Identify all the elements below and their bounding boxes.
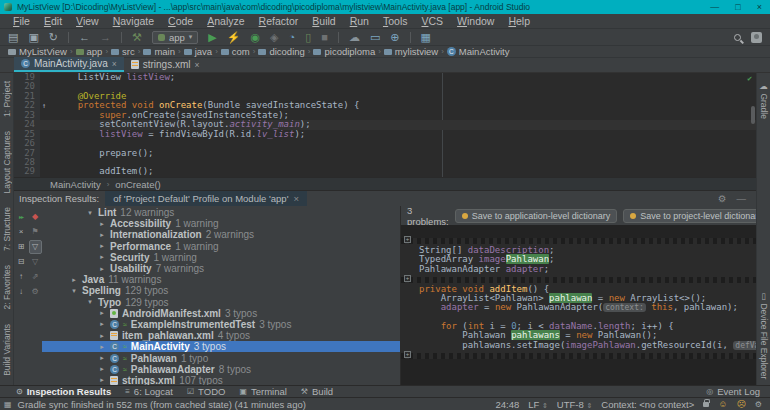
filter-resolved-icon[interactable]: ▽ <box>29 240 42 254</box>
sync-icon[interactable]: ↻ <box>49 30 58 45</box>
device-manager-icon[interactable]: ▭ <box>370 30 380 45</box>
menu-window[interactable]: Window <box>450 14 501 29</box>
close-icon[interactable]: × <box>15 225 28 239</box>
expand-all-icon[interactable]: ⊞ <box>15 240 28 254</box>
menu-navigate[interactable]: Navigate <box>106 14 161 29</box>
run-icon[interactable]: ▶ <box>208 30 216 45</box>
close-icon[interactable]: × <box>112 59 117 69</box>
tab-mainactivity-java[interactable]: C MainActivity.java × <box>14 57 124 72</box>
tree-row-pahlawanadapter[interactable]: ▸C≈PahlawanAdapter8 typos <box>42 364 400 375</box>
gear-icon[interactable]: ⚙ <box>755 400 762 409</box>
menu-view[interactable]: View <box>69 14 106 29</box>
save-icon[interactable]: ▣ <box>28 30 38 45</box>
tree-row-androidmanifest[interactable]: ▸AndroidManifest.xml3 typos <box>42 308 400 319</box>
apply-changes-icon[interactable]: ⚡ <box>227 30 241 45</box>
menu-analyze[interactable]: Analyze <box>200 14 251 29</box>
inspection-result-tab[interactable]: of 'Project Default' Profile on Module '… <box>105 191 307 207</box>
override-marker-icon[interactable]: ↑ <box>42 102 46 110</box>
tool-window-switcher-icon[interactable]: ▦ <box>4 400 12 409</box>
breadcrumb-class[interactable]: MainActivity <box>50 179 101 190</box>
breadcrumb-item-picodiploma[interactable]: picodiploma <box>313 46 375 57</box>
previous-problem-icon[interactable]: ↑ <box>15 270 28 284</box>
tree-row-usability[interactable]: ▸Usability7 warnings <box>42 263 400 274</box>
menu-help[interactable]: Help <box>501 14 537 29</box>
tree-row-performance[interactable]: ▸Performance1 warning <box>42 241 400 252</box>
code-editor[interactable]: 19 ListView listView; 20 21 @Override 22… <box>14 73 756 177</box>
editor-scrollbar[interactable] <box>751 106 755 124</box>
open-icon[interactable]: ▤ <box>8 30 18 45</box>
edit-filter-icon[interactable]: ▽ <box>29 255 42 269</box>
tool-button-project[interactable]: 1: Project <box>2 81 12 117</box>
tool-button-device-file-explorer[interactable]: ▯ Device File Explorer <box>759 291 769 379</box>
tool-button-gradle[interactable]: ☁ Gradle <box>759 81 769 119</box>
export-icon[interactable]: ⇗ <box>29 270 42 284</box>
next-problem-icon[interactable]: ↓ <box>15 285 28 299</box>
sad-face-icon[interactable]: ☹ <box>736 399 745 409</box>
profiler-icon[interactable]: ◔ <box>289 30 296 45</box>
breadcrumb-item-mylistview[interactable]: MyListView <box>8 46 67 57</box>
tree-row-pahlawan[interactable]: ▸C≈Pahlawan1 typo <box>42 352 400 363</box>
run-configuration-select[interactable]: app ▾ <box>152 31 198 44</box>
avatar[interactable] <box>751 32 762 43</box>
maximize-icon[interactable]: □ <box>735 0 740 14</box>
tree-row-strings-xml[interactable]: ▸strings.xml107 typos <box>42 375 400 385</box>
tool-button-structure[interactable]: 7: Structure <box>2 207 12 251</box>
tree-row-typo[interactable]: ▾Typo129 typos <box>42 297 400 308</box>
tree-row-java[interactable]: ▸Java11 warnings <box>42 274 400 285</box>
tool-button-terminal[interactable]: ▣Terminal <box>239 386 286 397</box>
sdk-manager-icon[interactable]: ⊕ <box>390 30 399 45</box>
caret-position[interactable]: 24:48 <box>495 399 519 410</box>
save-to-project-dictionary-button[interactable]: Save to project-level dictionary <box>623 209 756 223</box>
breadcrumb-item-src[interactable]: src <box>111 46 135 57</box>
tool-button-favorites[interactable]: 2: Favorites <box>2 265 12 309</box>
menu-build[interactable]: Build <box>305 14 342 29</box>
back-icon[interactable]: ← <box>79 30 90 45</box>
expand-fold-icon[interactable]: + <box>404 275 411 282</box>
close-icon[interactable]: × <box>757 0 762 14</box>
breadcrumb-item-app[interactable]: app <box>76 46 103 57</box>
tab-strings-xml[interactable]: strings.xml × <box>124 57 207 72</box>
coverage-icon[interactable]: ◈ <box>270 30 278 45</box>
stop-icon[interactable]: ■ <box>321 30 328 45</box>
tool-button-build[interactable]: ⚒Build <box>301 386 333 397</box>
tree-row-exampleinstrumentedtest[interactable]: ▸C≈ExampleInstrumentedTest3 typos <box>42 319 400 330</box>
tool-button-event-log[interactable]: Event Log <box>717 386 760 397</box>
inspection-settings-icon[interactable]: ⚙ <box>29 285 42 299</box>
tool-button-logcat[interactable]: ≡6: Logcat <box>125 386 173 397</box>
build-hammer-icon[interactable]: ⚒ <box>132 30 142 45</box>
context-indicator[interactable]: Context: <no context> <box>601 399 694 410</box>
tree-row-spelling[interactable]: ▾Spelling129 typos <box>42 285 400 296</box>
tree-row-security[interactable]: ▸Security1 warning <box>42 252 400 263</box>
close-icon[interactable]: × <box>293 193 299 204</box>
hide-panel-icon[interactable]: — <box>737 193 747 204</box>
breadcrumb-item-java[interactable]: java <box>184 46 212 57</box>
search-icon[interactable] <box>734 34 741 41</box>
tree-row-mainactivity[interactable]: ▸C≈MainActivity3 typos <box>42 341 400 352</box>
project-structure-icon[interactable]: ▦ <box>421 30 431 45</box>
rerun-inspection-icon[interactable]: ▸▸ <box>15 210 28 224</box>
forward-icon[interactable]: → <box>100 30 111 45</box>
breadcrumb-item-dicoding[interactable]: dicoding <box>258 46 304 57</box>
write-access-lock-icon[interactable] <box>703 402 709 407</box>
inspection-status-ok-icon[interactable]: ✔ <box>747 74 752 83</box>
menu-vcs[interactable]: VCS <box>414 14 450 29</box>
tool-button-layout-captures[interactable]: Layout Captures <box>2 131 12 193</box>
expand-fold-icon[interactable]: + <box>404 351 411 358</box>
tree-row-accessibility[interactable]: ▸Accessibility1 warning <box>42 218 400 229</box>
menu-edit[interactable]: Edit <box>37 14 69 29</box>
gradle-sync-icon[interactable]: ☁ <box>349 30 360 45</box>
tree-row-internationalization[interactable]: ▸Internationalization2 warnings <box>42 229 400 240</box>
apply-quickfix-icon[interactable]: ◆ <box>29 210 42 224</box>
tree-row-lint[interactable]: ▾Lint12 warnings <box>42 207 400 218</box>
tool-button-todo[interactable]: ☑TODO <box>187 386 225 397</box>
menu-run[interactable]: Run <box>343 14 376 29</box>
flag-profile-icon[interactable]: ⚑ <box>29 225 42 239</box>
menu-tools[interactable]: Tools <box>376 14 415 29</box>
breadcrumb-item-mainactivity[interactable]: CMainActivity <box>447 46 510 57</box>
collapse-all-icon[interactable]: ⊟ <box>15 255 28 269</box>
breadcrumb-item-mylistview-pkg[interactable]: mylistview <box>384 46 438 57</box>
tool-button-inspection-results[interactable]: ⊙Inspection Results <box>16 386 111 397</box>
menu-refactor[interactable]: Refactor <box>252 14 306 29</box>
minimize-icon[interactable]: — <box>710 0 719 14</box>
tool-button-build-variants[interactable]: Build Variants <box>2 324 12 376</box>
